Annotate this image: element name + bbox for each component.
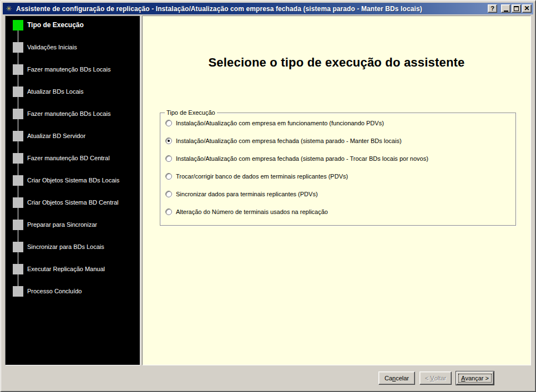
step-list: Tipo de Execução Validações Iniciais Faz… — [6, 16, 140, 308]
radio-option-label: Trocar/corrigir banco de dados em termin… — [176, 173, 348, 180]
step-indicator-square — [13, 131, 23, 141]
step-indicator-square — [13, 153, 23, 164]
radio-button-icon[interactable] — [165, 155, 172, 162]
step-label: Criar Objetos Sistema BDs Locais — [27, 177, 119, 184]
radio-option-4[interactable]: Trocar/corrigir banco de dados em termin… — [165, 172, 512, 180]
maximize-button[interactable] — [512, 4, 521, 13]
step-label: Validações Iniciais — [27, 44, 77, 50]
sidebar-step-9: Criar Objetos Sistema BD Central — [6, 197, 140, 220]
label-part: celar — [396, 375, 409, 381]
radio-button-icon[interactable] — [165, 120, 172, 126]
window-title: Assistente de configuração de replicação… — [16, 5, 488, 13]
radio-option-5[interactable]: Sincronizar dados para terminais replica… — [165, 190, 512, 198]
radio-option-6[interactable]: Alteração do Número de terminais usados … — [165, 208, 512, 216]
page-title: Selecione o tipo de execução do assisten… — [143, 55, 530, 70]
close-button[interactable]: ✕ — [522, 4, 532, 13]
step-indicator-square — [13, 242, 23, 252]
radio-button-icon[interactable] — [165, 191, 172, 197]
label-part: oltar — [434, 375, 446, 381]
radio-button-icon[interactable] — [165, 173, 172, 180]
mnemonic: V — [430, 375, 434, 381]
sidebar-step-10: Preparar para Sincronizar — [6, 220, 140, 242]
radio-option-label: Instalação/Atualização com empresa em fu… — [176, 120, 384, 126]
step-label: Tipo de Execução — [27, 21, 84, 29]
wizard-content-pane: Selecione o tipo de execução do assisten… — [142, 16, 531, 365]
sidebar-step-4: Atualizar BDs Locais — [6, 86, 140, 109]
next-button[interactable]: Avançar > — [456, 371, 494, 385]
wizard-window: ✳ Assistente de configuração de replicaç… — [0, 0, 536, 392]
step-label: Fazer manutenção BDs Locais — [27, 110, 110, 117]
focus-rectangle — [458, 374, 492, 383]
sidebar-step-13: Processo Concluído — [6, 286, 140, 308]
step-label: Criar Objetos Sistema BD Central — [27, 199, 118, 206]
step-indicator-square — [13, 197, 23, 208]
radio-option-label: Instalação/Atualização com empresa fecha… — [176, 155, 428, 162]
step-label: Fazer manutenção BDs Locais — [27, 66, 110, 73]
title-bar[interactable]: ✳ Assistente de configuração de replicaç… — [3, 3, 533, 14]
cancel-button[interactable]: Cancelar — [378, 371, 415, 385]
step-label: Fazer manutenção BD Central — [27, 155, 110, 161]
sidebar-step-12: Executar Replicação Manual — [6, 264, 140, 286]
maximize-icon — [514, 6, 519, 11]
step-indicator-square — [13, 286, 23, 297]
step-indicator-square — [13, 64, 23, 75]
step-indicator-square — [13, 220, 23, 230]
help-button[interactable]: ? — [488, 4, 497, 13]
radio-option-3[interactable]: Instalação/Atualização com empresa fecha… — [165, 155, 512, 162]
execution-type-groupbox: Tipo de Execução Instalação/Atualização … — [160, 113, 516, 226]
step-indicator-square — [13, 109, 23, 119]
radio-option-label: Alteração do Número de terminais usados … — [176, 208, 328, 215]
step-indicator-square — [13, 264, 23, 274]
radio-button-icon[interactable] — [165, 138, 172, 144]
sidebar-step-5: Fazer manutenção BDs Locais — [6, 109, 140, 131]
step-label: Executar Replicação Manual — [27, 266, 105, 272]
minimize-button[interactable] — [501, 4, 510, 13]
step-label: Preparar para Sincronizar — [27, 221, 97, 228]
sidebar-step-2: Validações Iniciais — [6, 42, 140, 64]
radio-option-label: Sincronizar dados para terminais replica… — [176, 191, 318, 197]
step-indicator-square — [13, 86, 23, 97]
back-button[interactable]: < Voltar — [419, 371, 452, 385]
step-indicator-square — [13, 20, 23, 30]
step-label: Atualizar BDs Locais — [27, 88, 84, 95]
radio-option-1[interactable]: Instalação/Atualização com empresa em fu… — [165, 119, 512, 127]
sidebar-step-6: Atualizar BD Servidor — [6, 131, 140, 153]
step-label: Processo Concluído — [27, 288, 82, 294]
minimize-icon — [504, 11, 508, 12]
sidebar-step-1: Tipo de Execução — [6, 20, 140, 42]
wizard-icon: ✳ — [4, 4, 13, 13]
radio-option-label: Instalação/Atualização com empresa fecha… — [176, 138, 402, 144]
sidebar-step-7: Fazer manutenção BD Central — [6, 153, 140, 175]
radio-button-icon[interactable] — [165, 208, 172, 215]
step-label: Atualizar BD Servidor — [27, 133, 85, 139]
step-label: Sincronizar para BDs Locais — [27, 243, 104, 250]
wizard-steps-sidebar: Tipo de Execução Validações Iniciais Faz… — [5, 16, 140, 365]
step-indicator-square — [13, 175, 23, 186]
groupbox-label: Tipo de Execução — [165, 109, 217, 116]
step-indicator-square — [13, 42, 23, 53]
button-bar: Cancelar < Voltar Avançar > — [2, 365, 534, 390]
label-part: < — [425, 375, 430, 381]
sidebar-step-8: Criar Objetos Sistema BDs Locais — [6, 175, 140, 197]
sidebar-step-3: Fazer manutenção BDs Locais — [6, 64, 140, 86]
radio-option-2[interactable]: Instalação/Atualização com empresa fecha… — [165, 137, 512, 145]
sidebar-step-11: Sincronizar para BDs Locais — [6, 242, 140, 264]
label-part: Ca — [385, 375, 392, 381]
